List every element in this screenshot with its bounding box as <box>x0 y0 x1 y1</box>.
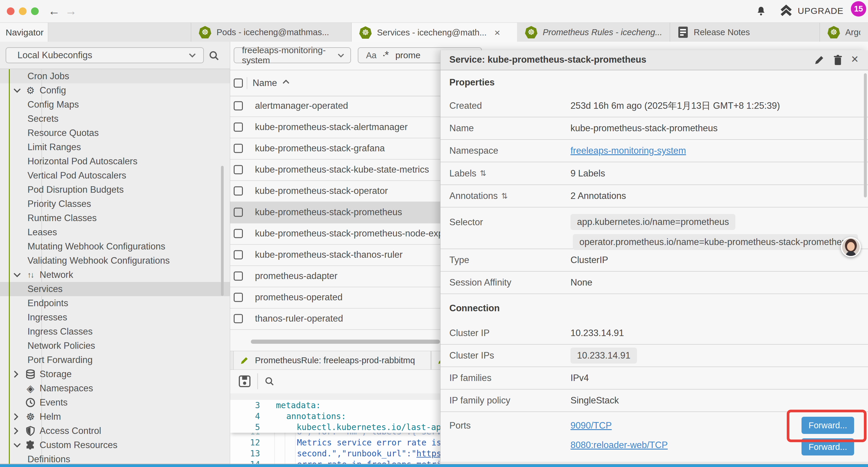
table-row[interactable]: alertmanager-operated <box>230 95 440 117</box>
sidebar-group-custom-resources[interactable]: Custom Resources <box>0 438 230 452</box>
namespace-filter-dropdown[interactable]: freeleaps-monitoring-system <box>234 47 351 63</box>
column-header-name[interactable]: Name <box>253 78 277 88</box>
table-row[interactable]: thanos-ruler-operated <box>230 308 440 330</box>
minimize-window-button[interactable] <box>19 7 27 15</box>
select-all-checkbox[interactable] <box>234 79 243 88</box>
sidebar-group-helm[interactable]: ☸ Helm <box>0 410 230 424</box>
table-row[interactable]: kube-prometheus-stack-thanos-ruler <box>230 244 440 266</box>
labels-count[interactable]: 9 Labels <box>570 168 605 179</box>
row-checkbox[interactable] <box>234 101 243 111</box>
property-row-ip-families: IP families IPv4 <box>440 367 868 389</box>
sidebar-item-ingresses[interactable]: Ingresses <box>0 310 230 324</box>
namespace-link[interactable]: freeleaps-monitoring-system <box>570 145 686 156</box>
sidebar-item-definitions[interactable]: Definitions <box>0 452 230 464</box>
row-checkbox[interactable] <box>234 229 243 238</box>
sidebar-item-validating-webhook-configurations[interactable]: Validating Webhook Configurations <box>0 254 230 268</box>
tab-pods[interactable]: ☸ Pods - icecheng@mathmas... <box>191 23 351 42</box>
editor-tab-prometheusrule[interactable]: PrometheusRule: freeleaps-prod-rabbitmq <box>234 351 431 370</box>
puzzle-icon <box>24 440 37 450</box>
row-checkbox[interactable] <box>234 293 243 302</box>
sidebar-item-services[interactable]: Services <box>0 282 230 296</box>
sidebar-item-port-forwarding[interactable]: Port Forwarding <box>0 353 230 367</box>
table-row[interactable]: kube-prometheus-stack-operator <box>230 180 440 202</box>
table-row[interactable]: kube-prometheus-stack-prometheus-node-ex… <box>230 223 440 245</box>
maximize-window-button[interactable] <box>31 7 39 15</box>
detail-scrollbar-thumb[interactable] <box>864 73 867 198</box>
kubeconfig-selector[interactable]: Local Kubeconfigs <box>6 47 204 63</box>
sidebar-group-network[interactable]: ↑↓ Network <box>0 268 230 282</box>
close-tab-icon[interactable]: × <box>494 27 500 38</box>
annotations-count[interactable]: 2 Annotations <box>570 191 626 201</box>
tab-services[interactable]: ☸ Services - icecheng@math... × <box>351 23 517 42</box>
sidebar-item-limit-ranges[interactable]: Limit Ranges <box>0 140 230 154</box>
close-panel-icon[interactable]: × <box>851 52 859 66</box>
match-case-toggle[interactable]: Aa <box>366 51 376 60</box>
bottom-status-bar <box>0 464 868 467</box>
sort-icon[interactable]: ⇅ <box>480 169 486 178</box>
row-checkbox[interactable] <box>234 250 243 260</box>
tab-argo[interactable]: ☸ Argo Se <box>820 23 868 42</box>
detail-header: Service: kube-prometheus-stack-prometheu… <box>440 50 868 70</box>
sidebar-item-ingress-classes[interactable]: Ingress Classes <box>0 324 230 339</box>
table-row[interactable]: prometheus-operated <box>230 287 440 309</box>
sidebar-item-events[interactable]: Events <box>0 396 230 410</box>
sort-ascending-icon[interactable] <box>282 79 290 85</box>
row-checkbox[interactable] <box>234 272 243 281</box>
notification-count-badge[interactable]: 15 <box>851 1 866 17</box>
row-checkbox[interactable] <box>234 208 243 217</box>
edit-pencil-icon[interactable] <box>814 54 825 65</box>
sidebar-item-namespaces[interactable]: ◈ Namespaces <box>0 381 230 396</box>
property-row-labels: Labels⇅ 9 Labels <box>440 162 868 185</box>
sidebar-group-access-control[interactable]: Access Control <box>0 424 230 438</box>
port-link-8080[interactable]: 8080:reloader-web/TCP <box>570 440 668 450</box>
upgrade-button[interactable]: UPGRADE <box>780 4 843 18</box>
nav-forward-button[interactable]: → <box>65 5 77 17</box>
chevron-down-icon <box>188 53 196 58</box>
row-checkbox[interactable] <box>234 186 243 196</box>
code-line: metadata: <box>276 401 321 410</box>
sidebar-item-horizontal-pod-autoscalers[interactable]: Horizontal Pod Autoscalers <box>0 154 230 169</box>
sidebar-item-network-policies[interactable]: Network Policies <box>0 339 230 353</box>
sidebar-item-priority-classes[interactable]: Priority Classes <box>0 197 230 211</box>
editor-search-icon[interactable] <box>264 376 275 387</box>
tab-prometheus-rules[interactable]: ☸ Prometheus Rules - icecheng... <box>517 23 670 42</box>
table-row[interactable]: kube-prometheus-stack-alertmanager <box>230 116 440 138</box>
sidebar-item-secrets[interactable]: Secrets <box>0 112 230 126</box>
sidebar-item-pod-disruption-budgets[interactable]: Pod Disruption Budgets <box>0 183 230 197</box>
sidebar-item-cron-jobs[interactable]: Cron Jobs <box>0 69 230 83</box>
sidebar-item-endpoints[interactable]: Endpoints <box>0 296 230 310</box>
row-checkbox[interactable] <box>234 144 243 153</box>
chevron-right-icon <box>13 413 19 421</box>
horizontal-scrollbar-thumb[interactable] <box>251 340 440 344</box>
row-checkbox[interactable] <box>234 165 243 174</box>
tab-release-notes[interactable]: Release Notes <box>670 23 820 42</box>
sidebar-search-icon[interactable] <box>208 50 220 62</box>
sidebar-item-mutating-webhook-configurations[interactable]: Mutating Webhook Configurations <box>0 239 230 254</box>
save-icon[interactable] <box>239 375 251 387</box>
table-row-selected[interactable]: kube-prometheus-stack-prometheus <box>230 202 440 224</box>
table-row[interactable]: prometheus-adapter <box>230 265 440 287</box>
sort-icon[interactable]: ⇅ <box>501 192 508 201</box>
row-checkbox[interactable] <box>234 123 243 132</box>
avatar[interactable] <box>841 237 861 257</box>
detail-title: Service: kube-prometheus-stack-prometheu… <box>450 54 646 65</box>
row-checkbox[interactable] <box>234 314 243 323</box>
sidebar-item-resource-quotas[interactable]: Resource Quotas <box>0 126 230 140</box>
table-row[interactable]: kube-prometheus-stack-grafana <box>230 138 440 159</box>
sidebar-item-config-maps[interactable]: Config Maps <box>0 97 230 112</box>
section-heading-properties: Properties <box>450 77 495 88</box>
close-window-button[interactable] <box>7 7 14 15</box>
delete-trash-icon[interactable] <box>833 54 843 66</box>
sidebar-item-runtime-classes[interactable]: Runtime Classes <box>0 211 230 225</box>
tab-navigator[interactable]: Navigator <box>0 23 48 42</box>
sidebar-item-leases[interactable]: Leases <box>0 225 230 239</box>
sidebar-item-vertical-pod-autoscalers[interactable]: Vertical Pod Autoscalers <box>0 169 230 183</box>
sidebar-group-config[interactable]: ⚙ Config <box>0 83 230 97</box>
sidebar-group-storage[interactable]: Storage <box>0 367 230 381</box>
nav-back-button[interactable]: ← <box>48 5 60 17</box>
notifications-bell-icon[interactable] <box>755 5 767 17</box>
regex-toggle[interactable]: ▪* <box>383 49 389 61</box>
port-link-9090[interactable]: 9090/TCP <box>570 420 612 431</box>
table-row[interactable]: kube-prometheus-stack-kube-state-metrics <box>230 159 440 181</box>
sidebar-scrollbar-thumb[interactable] <box>221 166 224 296</box>
